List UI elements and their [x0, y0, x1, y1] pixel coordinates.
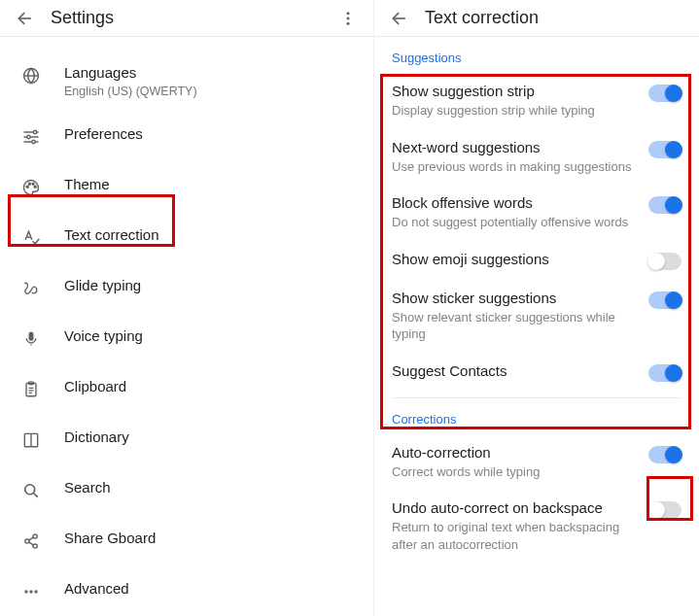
toggle-block-offensive[interactable] — [648, 196, 682, 214]
menu-item-preferences[interactable]: Preferences — [0, 112, 373, 162]
setting-primary: Show sticker suggestions — [392, 290, 639, 306]
svg-point-7 — [26, 186, 28, 188]
settings-title: Settings — [51, 8, 331, 28]
svg-point-6 — [32, 140, 35, 143]
svg-point-14 — [25, 485, 35, 495]
globe-icon — [19, 64, 43, 87]
mic-icon — [19, 327, 43, 351]
menu-item-search[interactable]: Search — [0, 465, 373, 516]
menu-label: Theme — [64, 176, 110, 192]
menu-label: Text correction — [64, 226, 159, 243]
row-block-offensive[interactable]: Block offensive words Do not suggest pot… — [374, 185, 699, 241]
menu-label: Advanced — [64, 580, 129, 597]
tune-icon — [19, 125, 43, 149]
book-icon — [19, 428, 43, 452]
menu-item-clipboard[interactable]: Clipboard — [0, 364, 373, 415]
text-correction-title: Text correction — [425, 8, 691, 28]
row-auto-correction[interactable]: Auto-correction Correct words while typi… — [374, 434, 699, 491]
toggle-contacts[interactable] — [648, 364, 682, 382]
back-button[interactable] — [8, 1, 43, 36]
section-header-corrections: Corrections — [392, 412, 699, 427]
row-sticker-suggestions[interactable]: Show sticker suggestions Show relevant s… — [374, 280, 699, 353]
menu-label: Glide typing — [64, 277, 141, 293]
setting-primary: Show emoji suggestions — [392, 251, 639, 267]
svg-point-1 — [347, 17, 350, 19]
menu-label: Clipboard — [64, 378, 126, 394]
more-icon — [19, 580, 43, 603]
menu-item-dictionary[interactable]: Dictionary — [0, 415, 373, 465]
setting-secondary: Correct words while typing — [392, 463, 639, 481]
setting-primary: Block offensive words — [392, 194, 639, 211]
menu-label: Share Gboard — [64, 530, 156, 546]
section-header-suggestions: Suggestions — [392, 51, 699, 65]
row-emoji-suggestions[interactable]: Show emoji suggestions — [374, 241, 699, 280]
setting-secondary: Use previous words in making suggestions — [392, 158, 639, 176]
svg-point-18 — [24, 590, 27, 593]
svg-point-2 — [347, 21, 350, 24]
toggle-sticker[interactable] — [648, 291, 682, 309]
palette-icon — [19, 176, 43, 199]
menu-item-advanced[interactable]: Advanced — [0, 566, 373, 616]
back-button[interactable] — [382, 1, 417, 36]
svg-point-20 — [34, 590, 37, 593]
svg-rect-11 — [26, 383, 36, 395]
clipboard-icon — [19, 378, 43, 401]
setting-primary: Show suggestion strip — [392, 83, 639, 99]
svg-point-9 — [32, 183, 34, 185]
setting-primary: Auto-correction — [392, 444, 639, 461]
menu-item-text-correction[interactable]: Text correction — [0, 213, 373, 263]
menu-label: Search — [64, 479, 111, 496]
toggle-emoji[interactable] — [648, 253, 682, 270]
menu-label: Preferences — [64, 125, 143, 142]
toggle-show-suggestion-strip[interactable] — [648, 85, 682, 102]
settings-panel: Settings Languages English (US) (QWERTY)… — [0, 0, 374, 616]
menu-item-voice-typing[interactable]: Voice typing — [0, 314, 373, 364]
setting-primary: Suggest Contacts — [392, 362, 639, 379]
setting-primary: Next-word suggestions — [392, 139, 639, 155]
arrow-back-icon — [390, 9, 409, 28]
svg-point-4 — [34, 130, 37, 133]
toggle-auto-correction[interactable] — [648, 446, 682, 463]
row-show-suggestion-strip[interactable]: Show suggestion strip Display suggestion… — [374, 73, 699, 129]
setting-secondary: Return to original text when backspacing… — [392, 519, 639, 553]
setting-secondary: Display suggestion strip while typing — [392, 102, 639, 120]
svg-point-10 — [34, 186, 36, 188]
gesture-icon — [19, 277, 43, 300]
arrow-back-icon — [16, 9, 35, 28]
menu-item-languages[interactable]: Languages English (US) (QWERTY) — [0, 51, 373, 112]
svg-point-19 — [29, 590, 32, 593]
toggle-next-word[interactable] — [648, 141, 682, 158]
setting-secondary: Do not suggest potentially offensive wor… — [392, 214, 639, 231]
search-icon — [19, 479, 43, 502]
svg-point-5 — [27, 135, 30, 138]
spellcheck-icon — [19, 226, 43, 250]
settings-appbar: Settings — [0, 0, 373, 37]
toggle-undo-autocorrect[interactable] — [648, 501, 682, 519]
menu-sublabel: English (US) (QWERTY) — [64, 85, 197, 98]
menu-item-glide-typing[interactable]: Glide typing — [0, 263, 373, 314]
menu-label: Voice typing — [64, 327, 143, 344]
menu-label: Dictionary — [64, 428, 129, 445]
divider — [392, 397, 682, 398]
svg-point-8 — [28, 183, 30, 185]
text-correction-panel: Text correction Suggestions Show suggest… — [374, 0, 699, 616]
row-suggest-contacts[interactable]: Suggest Contacts — [374, 353, 699, 392]
more-vert-icon — [339, 10, 357, 27]
svg-point-0 — [347, 12, 350, 15]
row-next-word-suggestions[interactable]: Next-word suggestions Use previous words… — [374, 129, 699, 186]
setting-primary: Undo auto-correct on backspace — [392, 499, 639, 516]
menu-label: Languages — [64, 64, 197, 81]
menu-item-theme[interactable]: Theme — [0, 162, 373, 213]
setting-secondary: Show relevant sticker suggestions while … — [392, 309, 639, 343]
row-undo-autocorrect[interactable]: Undo auto-correct on backspace Return to… — [374, 490, 699, 563]
menu-item-share[interactable]: Share Gboard — [0, 516, 373, 566]
share-icon — [19, 530, 43, 553]
overflow-menu-button[interactable] — [331, 1, 366, 36]
text-correction-appbar: Text correction — [374, 0, 699, 37]
settings-menu-list: Languages English (US) (QWERTY) Preferen… — [0, 37, 373, 616]
